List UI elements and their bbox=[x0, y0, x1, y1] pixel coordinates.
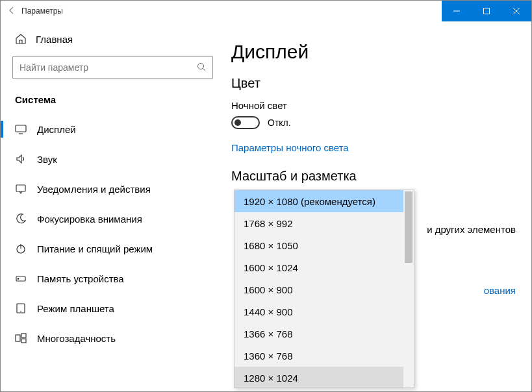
sidebar-item-label: Память устройства bbox=[37, 273, 124, 284]
section-scale: Масштаб и разметка bbox=[231, 169, 516, 184]
window-title: Параметры bbox=[21, 6, 63, 16]
toggle-state-text: Откл. bbox=[268, 117, 291, 128]
sidebar-item-focus[interactable]: Фокусировка внимания bbox=[1, 204, 213, 234]
minimize-button[interactable] bbox=[442, 1, 472, 21]
search-box[interactable] bbox=[12, 56, 213, 79]
resolution-option[interactable]: 1360 × 768 bbox=[234, 345, 414, 367]
home-icon bbox=[15, 33, 27, 45]
back-arrow-icon[interactable] bbox=[7, 6, 16, 17]
night-light-label: Ночной свет bbox=[231, 100, 516, 111]
resolution-dropdown[interactable]: 1920 × 1080 (рекомендуется)1768 × 992168… bbox=[234, 190, 414, 388]
night-light-toggle[interactable] bbox=[231, 116, 260, 129]
sidebar-item-power[interactable]: Питание и спящий режим bbox=[1, 234, 213, 263]
resolution-option[interactable]: 1366 × 768 bbox=[234, 323, 414, 345]
svg-rect-17 bbox=[21, 339, 26, 343]
maximize-button[interactable] bbox=[472, 1, 501, 21]
svg-rect-8 bbox=[16, 185, 25, 191]
multitask-icon bbox=[15, 332, 27, 344]
night-light-settings-link[interactable]: Параметры ночного света bbox=[231, 142, 516, 153]
svg-rect-15 bbox=[16, 335, 20, 341]
partial-link-scaling[interactable]: ования bbox=[484, 285, 516, 296]
search-input[interactable] bbox=[19, 62, 197, 73]
sidebar-item-label: Многозадачность bbox=[37, 333, 116, 344]
home-label: Главная bbox=[36, 34, 73, 45]
sidebar: Главная Система Дисплей Звук Уведомления… bbox=[1, 21, 225, 391]
sidebar-item-label: Звук bbox=[37, 154, 57, 165]
resolution-option[interactable]: 1680 × 1050 bbox=[234, 234, 414, 256]
svg-line-5 bbox=[203, 68, 206, 71]
sidebar-item-sound[interactable]: Звук bbox=[1, 144, 213, 174]
section-color: Цвет bbox=[231, 76, 516, 91]
sidebar-item-label: Уведомления и действия bbox=[37, 184, 151, 195]
sound-icon bbox=[15, 153, 27, 165]
search-icon bbox=[197, 62, 206, 73]
power-icon bbox=[15, 243, 27, 254]
home-link[interactable]: Главная bbox=[12, 33, 213, 45]
sidebar-item-notifications[interactable]: Уведомления и действия bbox=[1, 174, 213, 204]
titlebar: Параметры bbox=[1, 1, 531, 21]
resolution-option[interactable]: 1280 × 1024 bbox=[234, 367, 414, 387]
notifications-icon bbox=[15, 183, 27, 195]
page-title: Дисплей bbox=[231, 41, 516, 63]
storage-icon bbox=[15, 273, 27, 284]
svg-rect-16 bbox=[21, 334, 26, 337]
resolution-option[interactable]: 1440 × 900 bbox=[234, 300, 414, 323]
moon-icon bbox=[15, 213, 27, 225]
sidebar-item-storage[interactable]: Память устройства bbox=[1, 263, 213, 293]
sidebar-item-display[interactable]: Дисплей bbox=[1, 114, 213, 144]
dropdown-scrollbar[interactable] bbox=[403, 190, 414, 387]
resolution-option[interactable]: 1768 × 992 bbox=[234, 212, 414, 234]
tablet-icon bbox=[15, 302, 27, 314]
group-title: Система bbox=[12, 94, 213, 105]
resolution-option[interactable]: 1920 × 1080 (рекомендуется) bbox=[234, 190, 414, 212]
sidebar-item-multitask[interactable]: Многозадачность bbox=[1, 323, 213, 353]
resolution-option[interactable]: 1600 × 1024 bbox=[234, 256, 414, 278]
svg-point-4 bbox=[198, 63, 204, 69]
close-button[interactable] bbox=[501, 1, 531, 21]
nav-list: Дисплей Звук Уведомления и действия Фоку… bbox=[1, 114, 213, 353]
svg-rect-1 bbox=[484, 8, 490, 14]
sidebar-item-label: Дисплей bbox=[37, 124, 76, 135]
sidebar-item-label: Питание и спящий режим bbox=[37, 243, 153, 254]
sidebar-item-label: Фокусировка внимания bbox=[37, 214, 142, 225]
svg-rect-6 bbox=[16, 125, 26, 132]
sidebar-item-label: Режим планшета bbox=[37, 303, 114, 314]
sidebar-item-tablet[interactable]: Режим планшета bbox=[1, 293, 213, 323]
display-icon bbox=[15, 123, 27, 135]
resolution-option[interactable]: 1600 × 900 bbox=[234, 278, 414, 300]
svg-point-12 bbox=[18, 278, 19, 280]
partial-text-elements: и других элементов bbox=[427, 224, 516, 235]
